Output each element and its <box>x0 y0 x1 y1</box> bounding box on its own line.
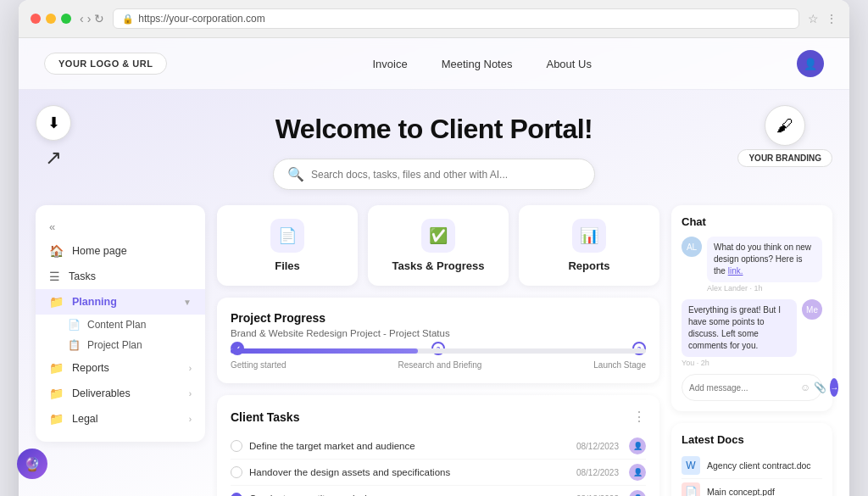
chat-message-2: Me Everything is great! But I have some … <box>682 299 822 367</box>
menu-icon[interactable]: ⋮ <box>826 12 837 25</box>
sidebar-label-project-plan: Project Plan <box>87 339 142 351</box>
nav-link-meeting-notes[interactable]: Meeting Notes <box>442 58 513 70</box>
chat-bubble-2: Everything is great! But I have some poi… <box>682 299 797 357</box>
sidebar-subitem-project-plan[interactable]: 📋 Project Plan <box>36 335 205 355</box>
tasks-menu-icon[interactable]: ⋮ <box>632 409 646 425</box>
list-item[interactable]: 📄 Main concept.pdf <box>682 479 822 496</box>
sidebar-item-legal[interactable]: 📁 Legal › <box>36 406 205 432</box>
nav-link-about-us[interactable]: About Us <box>546 58 591 70</box>
avatar[interactable]: 👤 <box>797 50 824 77</box>
attach-icon[interactable]: 📎 <box>814 382 826 393</box>
callout-arrow-logo: ↗ <box>45 146 62 170</box>
latest-docs-card: Latest Docs W Agency client contract.doc… <box>671 423 832 496</box>
search-bar[interactable]: 🔍 <box>273 159 595 190</box>
legal-folder-icon: 📁 <box>49 412 64 426</box>
tasks-progress-label: Tasks & Progress <box>392 259 485 272</box>
search-icon: 🔍 <box>287 166 304 182</box>
center-panel: 📄 Files ✅ Tasks & Progress 📊 Reports Pro… <box>217 205 659 496</box>
quick-card-tasks-progress[interactable]: ✅ Tasks & Progress <box>368 205 509 286</box>
sidebar-item-tasks[interactable]: ☰ Tasks <box>36 264 205 289</box>
chat-card: Chat AL What do you think on new design … <box>671 205 832 411</box>
sidebar-label-content-plan: Content Plan <box>87 319 146 331</box>
task-label-1: Define the target market and audience <box>249 441 570 451</box>
progress-title: Project Progress <box>231 311 646 325</box>
sidebar-item-homepage[interactable]: 🏠 Home page <box>36 238 205 264</box>
sidebar-label-tasks: Tasks <box>69 270 96 282</box>
quick-cards-row: 📄 Files ✅ Tasks & Progress 📊 Reports <box>217 205 659 286</box>
branding-badge: YOUR BRANDING <box>737 149 832 167</box>
maximize-dot[interactable] <box>61 14 71 24</box>
sidebar-item-deliverables[interactable]: 📁 Deliverables › <box>36 381 205 406</box>
chat-link[interactable]: link. <box>728 266 743 276</box>
sidebar: « 🏠 Home page ☰ Tasks 📁 Planning ▼ 📄 Con… <box>36 205 205 442</box>
browser-nav-arrows: ‹ › ↻ <box>80 12 104 25</box>
step-2-label: Research and Briefing <box>398 360 481 370</box>
sidebar-label-planning: Planning <box>72 296 117 308</box>
task-checkbox-1[interactable] <box>231 440 242 452</box>
search-input[interactable] <box>311 169 581 181</box>
close-dot[interactable] <box>31 14 41 24</box>
send-button[interactable]: → <box>830 378 838 397</box>
step-3-label: Launch Stage <box>593 360 646 370</box>
home-icon: 🏠 <box>49 244 64 258</box>
planning-folder-icon: 📁 <box>49 295 64 309</box>
emoji-icon[interactable]: ☺ <box>800 382 810 393</box>
top-nav: YOUR LOGO & URL Invoice Meeting Notes Ab… <box>19 38 849 90</box>
task-date-2: 08/12/2023 <box>576 468 619 477</box>
right-panel: Chat AL What do you think on new design … <box>671 205 832 496</box>
reload-icon[interactable]: ↻ <box>94 12 104 25</box>
sidebar-label-homepage: Home page <box>72 245 127 257</box>
progress-bar-container: ✓ 2 3 <box>231 348 646 354</box>
browser-window: ‹ › ↻ 🔒 https://your-corporation.com ☆ ⋮… <box>19 0 849 496</box>
deliverables-folder-icon: 📁 <box>49 387 64 400</box>
star-icon[interactable]: ☆ <box>808 12 819 25</box>
nav-link-invoice[interactable]: Invoice <box>372 58 407 70</box>
task-label-2: Handover the design assets and specifica… <box>249 467 570 477</box>
chat-message-1: AL What do you think on new design optio… <box>682 237 822 293</box>
forward-icon[interactable]: › <box>87 12 92 25</box>
sidebar-item-planning[interactable]: 📁 Planning ▼ <box>36 289 205 315</box>
progress-steps: Getting started Research and Briefing La… <box>231 360 646 370</box>
project-progress-card: Project Progress Brand & Website Redesig… <box>217 298 659 383</box>
task-avatar-1: 👤 <box>629 437 646 454</box>
progress-bar-track <box>231 348 646 354</box>
reports-icon: 📊 <box>572 219 606 253</box>
chat-input-row[interactable]: ☺ 📎 → <box>682 374 822 401</box>
table-row: Conduct competitor analysis 08/18/2023 👤 <box>231 486 646 496</box>
chat-title: Chat <box>682 215 822 228</box>
address-bar[interactable]: 🔒 https://your-corporation.com <box>113 8 799 29</box>
back-icon[interactable]: ‹ <box>80 12 84 25</box>
tasks-icon: ☰ <box>49 270 60 283</box>
sidebar-item-reports[interactable]: 📁 Reports › <box>36 355 205 381</box>
task-checkbox-2[interactable] <box>231 466 242 478</box>
reports-label: Reports <box>568 259 609 272</box>
quick-card-files[interactable]: 📄 Files <box>217 205 358 286</box>
deliverables-chevron-icon: › <box>189 389 192 398</box>
sidebar-collapse-btn[interactable]: « <box>36 215 205 238</box>
quick-card-reports[interactable]: 📊 Reports <box>519 205 659 286</box>
minimize-dot[interactable] <box>46 14 56 24</box>
logo-badge: YOUR LOGO & URL <box>44 53 167 75</box>
reports-chevron-icon: › <box>189 364 192 373</box>
chat-input[interactable] <box>689 383 797 393</box>
legal-chevron-icon: › <box>189 415 192 424</box>
word-icon-1: W <box>682 456 700 475</box>
url-text: https://your-corporation.com <box>138 13 264 25</box>
chat-bubble-1: What do you think on new design options?… <box>707 237 822 282</box>
reports-folder-icon: 📁 <box>49 361 64 375</box>
logo-orb[interactable]: 🔮 <box>17 449 47 479</box>
tasks-progress-icon: ✅ <box>421 219 455 253</box>
sidebar-subitem-content-plan[interactable]: 📄 Content Plan <box>36 315 205 335</box>
tasks-title: Client Tasks <box>231 410 299 424</box>
content-plan-icon: 📄 <box>68 319 81 331</box>
task-checkbox-3[interactable] <box>231 493 242 496</box>
browser-chrome: ‹ › ↻ 🔒 https://your-corporation.com ☆ ⋮ <box>19 0 849 38</box>
list-item[interactable]: W Agency client contract.doc <box>682 453 822 479</box>
client-tasks-card: Client Tasks ⋮ Define the target market … <box>217 395 659 496</box>
task-avatar-3: 👤 <box>629 490 646 496</box>
chat-avatar-other: AL <box>682 237 702 257</box>
progress-bar-fill <box>231 348 418 354</box>
nav-links: Invoice Meeting Notes About Us <box>167 58 797 70</box>
files-label: Files <box>275 259 300 272</box>
callout-branding: 🖌 YOUR BRANDING <box>737 105 832 167</box>
